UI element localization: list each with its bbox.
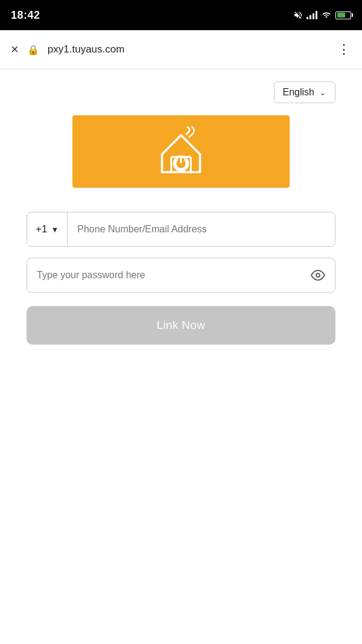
logo-banner <box>72 115 290 188</box>
url-text: pxy1.tuyaus.com <box>48 43 329 56</box>
phone-email-input[interactable] <box>68 212 335 246</box>
status-bar: 18:42 <box>0 0 362 30</box>
mute-icon <box>293 10 303 20</box>
wifi-icon <box>321 11 332 19</box>
toggle-password-icon[interactable] <box>301 268 335 282</box>
link-now-button[interactable]: Link Now <box>27 306 335 345</box>
browser-bar: × 🔒 pxy1.tuyaus.com ⋮ <box>0 30 362 69</box>
password-input-row <box>27 258 335 293</box>
country-code-arrow-icon: ▼ <box>51 225 59 234</box>
svg-point-2 <box>316 273 320 277</box>
close-button[interactable]: × <box>11 43 19 56</box>
country-code-selector[interactable]: +1 ▼ <box>27 212 68 246</box>
menu-button[interactable]: ⋮ <box>337 42 351 57</box>
home-logo-icon <box>154 124 208 179</box>
password-input[interactable] <box>27 258 301 292</box>
battery-icon <box>335 11 351 19</box>
phone-input-row: +1 ▼ <box>27 212 335 247</box>
language-row: English ⌄ <box>27 81 335 103</box>
country-code-value: +1 <box>36 223 47 235</box>
status-time: 18:42 <box>11 9 40 22</box>
main-content: English ⌄ +1 ▼ <box>0 69 362 369</box>
status-icons <box>293 10 351 20</box>
language-label: English <box>283 87 314 98</box>
chevron-down-icon: ⌄ <box>319 88 326 97</box>
lock-icon: 🔒 <box>27 44 39 56</box>
language-selector[interactable]: English ⌄ <box>274 81 335 103</box>
signal-icon <box>306 11 317 19</box>
